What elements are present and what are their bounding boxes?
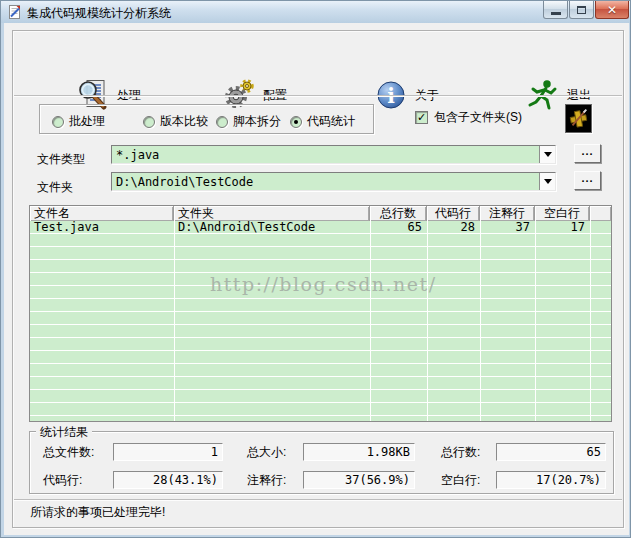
grid-line [480, 221, 481, 421]
minimize-button[interactable] [543, 1, 568, 19]
status-separator [14, 499, 622, 501]
radio-batch[interactable]: 批处理 [52, 113, 105, 130]
toolbar-separator [14, 95, 622, 97]
maximize-icon [577, 6, 586, 14]
folder-value[interactable]: D:\Android\TestCode [112, 175, 539, 189]
total-size-label: 总大小: [247, 443, 286, 461]
grid-line [174, 221, 175, 421]
column-header-filename[interactable]: 文件名 [30, 206, 174, 221]
gold-cross-pen-icon [566, 105, 591, 132]
chevron-down-icon [544, 152, 552, 157]
column-header-filler [590, 206, 611, 221]
total-lines-value: 65 [496, 443, 606, 461]
comment-lines-value: 37(56.9%) [303, 471, 415, 489]
include-subfolders-checkbox[interactable]: ✓ 包含子文件夹(S) [415, 109, 522, 126]
table-header: 文件名 文件夹 总行数 代码行 注释行 空白行 [30, 206, 611, 221]
column-header-code-lines[interactable]: 代码行 [427, 206, 480, 221]
radio-icon [216, 116, 228, 128]
results-table: 文件名 文件夹 总行数 代码行 注释行 空白行 Test.jav [29, 205, 612, 422]
status-message: 所请求的事项已处理完毕! [30, 504, 165, 521]
table-body[interactable]: Test.java D:\Android\TestCode 65 28 37 1… [30, 221, 611, 421]
chevron-down-icon [544, 179, 552, 184]
table-row[interactable]: Test.java D:\Android\TestCode 65 28 37 1… [30, 221, 611, 234]
radio-selected-icon [290, 116, 302, 128]
blank-lines-label: 空白行: [441, 471, 480, 489]
stats-group: 统计结果 总文件数: 1 总大小: 1.98KB 总行数: 65 代码行: 28… [29, 431, 614, 494]
total-files-value: 1 [113, 443, 223, 461]
cell-comment-lines: 37 [480, 221, 530, 234]
cell-total-lines: 65 [370, 221, 422, 234]
file-type-dropdown-button[interactable] [539, 146, 555, 163]
cell-folder: D:\Android\TestCode [178, 221, 368, 234]
radio-version-compare-label: 版本比较 [160, 113, 208, 130]
radio-batch-label: 批处理 [69, 113, 105, 130]
code-lines-label: 代码行: [43, 471, 82, 489]
stats-legend: 统计结果 [36, 424, 92, 441]
file-type-value[interactable]: *.java [112, 148, 539, 162]
code-lines-value: 28(43.1%) [113, 471, 223, 489]
tool-logo-button[interactable] [565, 104, 592, 133]
total-size-value: 1.98KB [303, 443, 415, 461]
file-type-label: 文件类型 [37, 151, 85, 168]
file-type-combobox[interactable]: *.java [111, 145, 556, 164]
checkbox-check-icon: ✓ [415, 111, 428, 124]
folder-browse-button[interactable]: ... [574, 171, 601, 190]
blank-lines-value: 17(20.7%) [496, 471, 606, 489]
maximize-button[interactable] [569, 1, 594, 19]
radio-code-stats[interactable]: 代码统计 [290, 113, 355, 130]
app-icon [7, 4, 23, 20]
close-icon: ✕ [607, 3, 617, 17]
radio-script-split-label: 脚本拆分 [233, 113, 281, 130]
radio-icon [52, 116, 64, 128]
cell-filename: Test.java [34, 221, 172, 234]
total-lines-label: 总行数: [441, 443, 480, 461]
radio-version-compare[interactable]: 版本比较 [143, 113, 208, 130]
grid-line [427, 221, 428, 421]
grid-line [370, 221, 371, 421]
grid-line [535, 221, 536, 421]
app-window: 集成代码规模统计分析系统 ✕ 处理 [0, 0, 631, 538]
mode-group: 批处理 版本比较 脚本拆分 代码统计 [39, 104, 374, 134]
radio-script-split[interactable]: 脚本拆分 [216, 113, 281, 130]
include-subfolders-label: 包含子文件夹(S) [434, 109, 522, 126]
close-button[interactable]: ✕ [595, 1, 629, 19]
cell-blank-lines: 17 [535, 221, 585, 234]
minimize-icon [551, 12, 561, 15]
column-header-blank-lines[interactable]: 空白行 [535, 206, 590, 221]
folder-dropdown-button[interactable] [539, 173, 555, 190]
window-title: 集成代码规模统计分析系统 [27, 5, 171, 22]
client-area: 处理 配置 [4, 23, 629, 535]
radio-icon [143, 116, 155, 128]
folder-combobox[interactable]: D:\Android\TestCode [111, 172, 556, 191]
watermark-text: http://blog.csdn.net/ [210, 273, 437, 295]
total-files-label: 总文件数: [43, 443, 94, 461]
main-panel: 处理 配置 [12, 30, 624, 528]
grid-line [590, 221, 591, 421]
folder-label: 文件夹 [37, 179, 73, 196]
column-header-folder[interactable]: 文件夹 [174, 206, 370, 221]
comment-lines-label: 注释行: [247, 471, 286, 489]
cell-code-lines: 28 [427, 221, 475, 234]
column-header-comment-lines[interactable]: 注释行 [480, 206, 535, 221]
titlebar: 集成代码规模统计分析系统 ✕ [1, 1, 630, 23]
file-type-browse-button[interactable]: ... [574, 144, 601, 163]
radio-code-stats-label: 代码统计 [307, 113, 355, 130]
column-header-total-lines[interactable]: 总行数 [370, 206, 427, 221]
